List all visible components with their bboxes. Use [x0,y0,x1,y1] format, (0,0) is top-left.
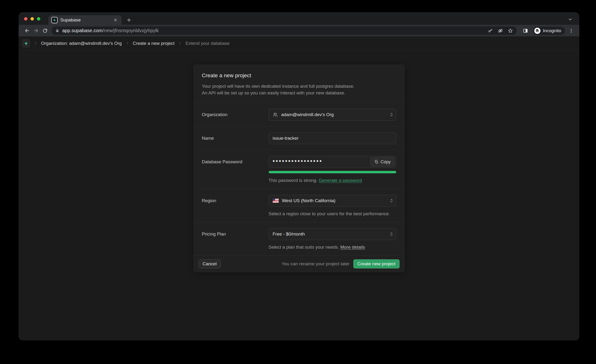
close-icon [113,18,118,22]
tab-close-button[interactable] [112,17,119,23]
password-strength-text: This password is strong. [269,178,318,183]
breadcrumb-item-organization[interactable]: Organization: adam@windmill.dev's Org [41,41,122,46]
new-tab-button[interactable] [125,16,133,24]
chevron-down-icon [568,17,573,22]
lightning-bolt-icon [24,41,28,46]
region-value: West US (North California) [282,198,336,203]
pricing-helper: Select a plan that suits your needs. Mor… [269,245,396,250]
breadcrumb-chevron-icon [125,41,129,45]
minimize-window-button[interactable] [30,17,34,21]
key-icon [488,28,493,33]
browser-window: Supabase [19,12,579,340]
breadcrumb-item-extend-database[interactable]: Extend your database [186,41,230,46]
card-description: Your project will have its own dedicated… [202,83,396,96]
browser-tab[interactable]: Supabase [48,15,122,25]
breadcrumb-chevron-icon [178,41,182,45]
pricing-label: Pricing Plan [202,228,269,250]
create-new-project-button[interactable]: Create new project [353,259,399,268]
create-project-card: Create a new project Your project will h… [194,65,405,272]
region-row: Region West US (North California) Select… [194,189,404,222]
forward-arrow-icon [33,28,39,33]
copy-password-button[interactable]: Copy [371,157,394,167]
back-button[interactable] [22,26,31,35]
tab-title: Supabase [60,17,112,23]
description-line-2: An API will be set up so you can easily … [202,90,396,96]
star-icon [508,28,513,33]
password-row: Database Password •••••••••••••••• Copy [194,150,404,189]
password-strength-bar [269,171,396,173]
url-host: app.supabase.com [62,28,103,33]
name-input-wrapper [269,132,396,144]
plus-icon [127,18,131,22]
breadcrumb-chevron-icon [34,41,37,45]
window-controls [24,17,40,21]
url-text[interactable]: app.supabase.com/new/jfnsmqoynldvxjyhpyl… [62,28,485,33]
pricing-value: Free - $0/month [273,231,305,237]
name-row: Name [194,126,404,150]
incognito-badge[interactable]: Incognito [533,27,565,35]
zoom-window-button[interactable] [37,17,40,21]
supabase-favicon-icon [51,17,58,23]
region-select[interactable]: West US (North California) [269,195,396,207]
card-header: Create a new project Your project will h… [194,65,404,103]
us-flag-icon [273,199,279,203]
organization-label: Organization [202,109,269,121]
password-input-wrapper: •••••••••••••••• Copy [269,156,396,168]
select-chevrons-icon [390,112,393,117]
incognito-avatar [534,28,540,34]
bookmark-star-button[interactable] [508,28,513,33]
tab-search-button[interactable] [567,16,574,23]
generate-password-link[interactable]: Generate a password [319,178,362,183]
copy-button-label: Copy [380,159,390,164]
organization-value: adam@windmill.dev's Org [281,112,334,117]
rename-note: You can rename your project later [282,261,350,267]
browser-toolbar: app.supabase.com/new/jfnsmqoynldvxjyhpyl… [19,25,579,37]
region-helper: Select a region close to your users for … [269,211,396,216]
card-footer: Cancel You can rename your project later… [194,256,404,272]
incognito-icon [535,28,539,33]
reload-button[interactable] [41,26,50,35]
users-icon [273,112,278,117]
back-arrow-icon [24,28,30,33]
organization-select[interactable]: adam@windmill.dev's Org [269,109,396,121]
password-helper: This password is strong. Generate a pass… [269,178,396,183]
incognito-label: Incognito [543,28,561,33]
pricing-helper-text: Select a plan that suits your needs. [269,245,339,250]
copy-icon [374,160,379,164]
name-input[interactable] [273,136,392,141]
cancel-button[interactable]: Cancel [199,259,221,268]
password-manager-key-button[interactable] [488,28,493,33]
forward-button[interactable] [31,26,41,35]
supabase-logo[interactable] [22,39,30,47]
browser-menu-button[interactable] [567,26,575,35]
name-label: Name [202,132,269,144]
region-label: Region [202,195,269,216]
lock-icon[interactable] [55,29,59,33]
organization-row: Organization adam@windmill.dev's Org [194,103,404,126]
select-chevrons-icon [390,198,393,203]
address-bar[interactable]: app.supabase.com/new/jfnsmqoynldvxjyhpyl… [52,26,517,35]
tab-strip: Supabase [19,12,579,25]
side-panel-icon [523,28,528,33]
url-path: /new/jfnsmqoynldvxjyhpylk [103,28,159,33]
breadcrumb-item-create-project[interactable]: Create a new project [133,41,174,46]
reload-icon [42,28,48,33]
password-hidden-button[interactable] [498,28,503,33]
desktop-background: Supabase [0,0,596,364]
page-content: Create a new project Your project will h… [19,50,579,340]
pricing-select[interactable]: Free - $0/month [269,228,396,240]
side-panel-button[interactable] [521,26,530,35]
page-title: Create a new project [202,73,396,79]
pricing-row: Pricing Plan Free - $0/month Select a pl… [194,222,404,256]
password-label: Database Password [202,156,269,183]
description-line-1: Your project will have its own dedicated… [202,83,396,90]
supabase-page: Organization: adam@windmill.dev's Org Cr… [19,37,579,340]
password-input[interactable]: •••••••••••••••• [273,155,323,167]
kebab-menu-icon [569,28,574,33]
more-details-link[interactable]: More details [340,245,365,250]
lightning-bolt-icon [53,18,56,22]
eye-off-icon [498,28,503,33]
select-chevrons-icon [390,231,393,237]
breadcrumb: Organization: adam@windmill.dev's Org Cr… [19,37,579,50]
close-window-button[interactable] [24,17,27,21]
